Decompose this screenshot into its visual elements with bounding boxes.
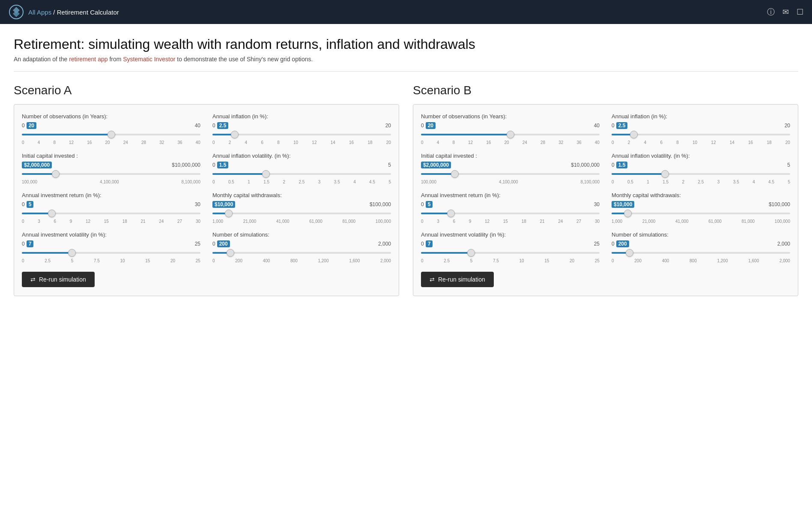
slider-tick: 30 [595, 219, 600, 224]
slider-thumb-invest_return_a[interactable] [48, 210, 56, 217]
slider-track-wrapper-initial_capital_a[interactable] [22, 169, 200, 179]
slider-tick: 0 [212, 258, 215, 263]
mail-icon[interactable]: ✉ [782, 7, 789, 17]
slider-track-wrapper-inflation_vol_a[interactable] [212, 169, 391, 179]
slider-tick: 7.5 [493, 258, 499, 263]
slider-track-wrapper-obs_years_a[interactable] [22, 130, 200, 139]
info-icon[interactable]: ⓘ [767, 7, 775, 17]
slider-thumb-annual_inflation_b[interactable] [630, 131, 638, 138]
retirement-app-link[interactable]: retirement app [69, 56, 107, 63]
slider-thumb-annual_inflation_a[interactable] [231, 131, 239, 138]
slider-tick: 36 [577, 140, 582, 145]
slider-current-num_simulations_b: 200 [616, 240, 629, 247]
slider-thumb-monthly_withdrawal_b[interactable] [624, 210, 632, 217]
slider-tick: 0 [22, 140, 24, 145]
systematic-investor-link[interactable]: Systematic Investor [123, 56, 175, 63]
slider-track-wrapper-inflation_vol_b[interactable] [612, 169, 790, 179]
slider-tick: 2.5 [698, 180, 704, 184]
slider-tick: 10 [519, 258, 524, 263]
slider-track-num_simulations_b [612, 252, 790, 254]
slider-track-wrapper-invest_vol_b[interactable] [421, 248, 600, 258]
slider-thumb-num_simulations_b[interactable] [626, 249, 633, 257]
slider-min-invest_return_a: 0 [22, 201, 25, 207]
slider-thumb-initial_capital_b[interactable] [451, 170, 459, 178]
slider-tick: 18 [767, 140, 771, 145]
slider-thumb-invest_vol_b[interactable] [467, 249, 475, 257]
slider-track-wrapper-monthly_withdrawal_b[interactable] [612, 209, 790, 218]
slider-tick: 0 [22, 258, 24, 263]
page-content: Retirement: simulating wealth with rando… [0, 24, 812, 313]
breadcrumb-separator: / [51, 9, 57, 16]
slider-track-num_simulations_a [212, 252, 391, 254]
slider-thumb-obs_years_a[interactable] [107, 131, 115, 138]
rerun-button-a[interactable]: ⇄Re-run simulation [22, 272, 95, 287]
slider-current-initial_capital_b: $2,000,000 [421, 162, 451, 168]
slider-tick: 21,000 [243, 219, 257, 224]
slider-fill-invest_return_a [22, 213, 52, 214]
slider-thumb-inflation_vol_b[interactable] [661, 170, 669, 178]
slider-tick: 32 [558, 140, 563, 145]
slider-group-monthly_withdrawal_a: Monthly capital withdrawals:$10,000$100,… [212, 192, 391, 224]
slider-min-obs_years_b: 0 [421, 123, 424, 129]
slider-min-invest_vol_a: 0 [22, 241, 25, 247]
slider-tick: 8 [676, 140, 679, 145]
slider-label-initial_capital_a: Initial capital invested : [22, 153, 200, 159]
slider-min-inflation_vol_a: 0 [212, 162, 215, 168]
slider-tick: 400 [263, 258, 270, 263]
slider-max-invest_return_a: 30 [195, 201, 200, 207]
slider-track-wrapper-obs_years_b[interactable] [421, 130, 600, 139]
slider-thumb-invest_return_b[interactable] [447, 210, 455, 217]
slider-tick: 8,100,000 [182, 180, 201, 184]
slider-tick: 16 [349, 140, 354, 145]
slider-tick: 16 [486, 140, 491, 145]
slider-tick: 0 [612, 258, 614, 263]
slider-track-inflation_vol_b [612, 173, 790, 175]
slider-track-wrapper-initial_capital_b[interactable] [421, 169, 600, 179]
slider-values-row-invest_return_b: 0530 [421, 201, 600, 208]
slider-track-wrapper-invest_return_a[interactable] [22, 209, 200, 218]
slider-tick: 24 [123, 140, 128, 145]
slider-tick: 3 [38, 219, 40, 224]
slider-track-wrapper-invest_return_b[interactable] [421, 209, 600, 218]
sliders-grid-b: Number of observations (in Years):020400… [421, 113, 790, 263]
slider-tick: 24 [159, 219, 164, 224]
slider-group-obs_years_a: Number of observations (in Years):020400… [22, 113, 200, 145]
slider-thumb-initial_capital_a[interactable] [52, 170, 60, 178]
slider-track-initial_capital_a [22, 173, 200, 175]
slider-max-inflation_vol_a: 5 [388, 162, 391, 168]
slider-tick: 0 [612, 140, 614, 145]
slider-track-wrapper-annual_inflation_a[interactable] [212, 130, 391, 139]
slider-track-monthly_withdrawal_b [612, 213, 790, 214]
rerun-button-b[interactable]: ⇄Re-run simulation [421, 272, 494, 287]
slider-max-obs_years_b: 40 [594, 123, 600, 129]
slider-tick: 61,000 [309, 219, 322, 224]
slider-thumb-invest_vol_a[interactable] [68, 249, 76, 257]
slider-values-row-invest_vol_b: 0725 [421, 240, 600, 247]
slider-tick: 4 [644, 140, 647, 145]
all-apps-link[interactable]: All Apps [28, 9, 51, 16]
slider-values-row-obs_years_b: 02040 [421, 122, 600, 129]
slider-thumb-num_simulations_a[interactable] [227, 249, 234, 257]
slider-track-invest_vol_a [22, 252, 200, 254]
slider-thumb-obs_years_b[interactable] [507, 131, 514, 138]
scenario-title-b: Scenario B [413, 84, 798, 97]
slider-group-invest_return_a: Annual investment return (in %):05300369… [22, 192, 200, 224]
slider-track-wrapper-annual_inflation_b[interactable] [612, 130, 790, 139]
slider-tick: 0 [421, 258, 424, 263]
slider-current-invest_vol_a: 7 [27, 240, 34, 247]
slider-tick: 4 [353, 180, 356, 184]
slider-track-wrapper-monthly_withdrawal_a[interactable] [212, 209, 391, 218]
slider-tick: 800 [290, 258, 298, 263]
slider-thumb-inflation_vol_a[interactable] [262, 170, 270, 178]
slider-track-wrapper-num_simulations_b[interactable] [612, 248, 790, 258]
slider-current-invest_vol_b: 7 [426, 240, 433, 247]
slider-thumb-monthly_withdrawal_a[interactable] [225, 210, 233, 217]
slider-track-wrapper-invest_vol_a[interactable] [22, 248, 200, 258]
slider-track-wrapper-num_simulations_a[interactable] [212, 248, 391, 258]
slider-tick: 21 [140, 219, 145, 224]
slider-tick: 14 [331, 140, 335, 145]
slider-tick: 20 [570, 258, 574, 263]
slider-tick: 9 [70, 219, 72, 224]
slider-tick: 8,100,000 [581, 180, 600, 184]
external-link-icon[interactable]: ☐ [797, 7, 803, 17]
